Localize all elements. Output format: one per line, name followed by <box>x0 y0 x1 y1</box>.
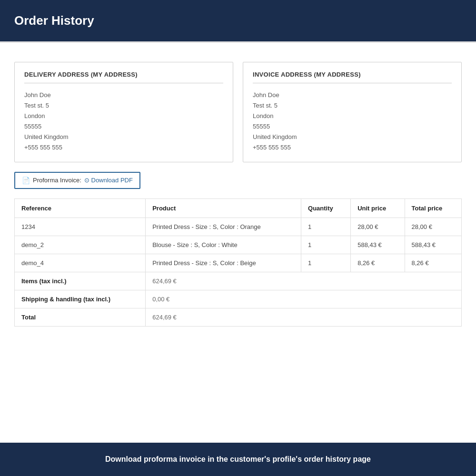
delivery-phone: +555 555 555 <box>24 142 223 153</box>
invoice-city: London <box>253 111 452 121</box>
invoice-address-title: INVOICE ADDRESS (MY ADDRESS) <box>253 71 452 83</box>
delivery-postcode: 55555 <box>24 121 223 132</box>
invoice-address-card: INVOICE ADDRESS (MY ADDRESS) John Doe Te… <box>243 62 462 162</box>
footer-text: Download proforma invoice in the custome… <box>14 455 462 464</box>
cell-product: Blouse - Size : S, Color : White <box>146 236 301 254</box>
address-section: DELIVERY ADDRESS (MY ADDRESS) John Doe T… <box>14 62 462 162</box>
cell-unit-price: 28,00 € <box>351 218 405 236</box>
summary-row: Total 624,69 € <box>15 308 462 326</box>
invoice-postcode: 55555 <box>253 121 452 132</box>
summary-label: Total <box>15 308 146 326</box>
table-header-row: Reference Product Quantity Unit price To… <box>15 198 462 218</box>
invoice-name: John Doe <box>253 90 452 100</box>
cell-product: Printed Dress - Size : S, Color : Beige <box>146 254 301 272</box>
summary-label: Shipping & handling (tax incl.) <box>15 290 146 308</box>
summary-row: Items (tax incl.) 624,69 € <box>15 272 462 290</box>
cell-reference: demo_2 <box>15 236 146 254</box>
cell-unit-price: 8,26 € <box>351 254 405 272</box>
col-total-price: Total price <box>405 198 462 218</box>
table-row: demo_2 Blouse - Size : S, Color : White … <box>15 236 462 254</box>
invoice-phone: +555 555 555 <box>253 142 452 153</box>
page-title: Order History <box>14 13 462 28</box>
summary-row: Shipping & handling (tax incl.) 0,00 € <box>15 290 462 308</box>
document-icon: 📄 <box>22 177 30 184</box>
summary-value: 0,00 € <box>146 290 462 308</box>
invoice-country: United Kingdom <box>253 132 452 142</box>
cell-reference: 1234 <box>15 218 146 236</box>
delivery-city: London <box>24 111 223 121</box>
cell-total-price: 588,43 € <box>405 236 462 254</box>
table-row: demo_4 Printed Dress - Size : S, Color :… <box>15 254 462 272</box>
invoice-address-lines: John Doe Test st. 5 London 55555 United … <box>253 90 452 153</box>
cell-quantity: 1 <box>301 236 351 254</box>
col-quantity: Quantity <box>301 198 351 218</box>
cell-quantity: 1 <box>301 218 351 236</box>
cell-reference: demo_4 <box>15 254 146 272</box>
summary-value: 624,69 € <box>146 308 462 326</box>
delivery-address-title: DELIVERY ADDRESS (MY ADDRESS) <box>24 71 223 83</box>
col-reference: Reference <box>15 198 146 218</box>
cell-product: Printed Dress - Size : S, Color : Orange <box>146 218 301 236</box>
page-header: Order History <box>0 0 476 41</box>
cell-unit-price: 588,43 € <box>351 236 405 254</box>
page-footer: Download proforma invoice in the custome… <box>0 443 476 476</box>
col-unit-price: Unit price <box>351 198 405 218</box>
main-content: DELIVERY ADDRESS (MY ADDRESS) John Doe T… <box>0 43 476 443</box>
summary-label: Items (tax incl.) <box>15 272 146 290</box>
summary-value: 624,69 € <box>146 272 462 290</box>
delivery-name: John Doe <box>24 90 223 100</box>
delivery-country: United Kingdom <box>24 132 223 142</box>
invoice-street: Test st. 5 <box>253 100 452 111</box>
delivery-address-card: DELIVERY ADDRESS (MY ADDRESS) John Doe T… <box>14 62 233 162</box>
download-pdf-link[interactable]: ⊙ Download PDF <box>84 177 133 184</box>
proforma-label: Proforma Invoice: <box>33 177 81 184</box>
cell-quantity: 1 <box>301 254 351 272</box>
delivery-street: Test st. 5 <box>24 100 223 111</box>
download-invoice-button[interactable]: 📄 Proforma Invoice: ⊙ Download PDF <box>14 172 140 189</box>
cell-total-price: 28,00 € <box>405 218 462 236</box>
cell-total-price: 8,26 € <box>405 254 462 272</box>
invoice-button-section: 📄 Proforma Invoice: ⊙ Download PDF <box>14 172 462 189</box>
delivery-address-lines: John Doe Test st. 5 London 55555 United … <box>24 90 223 153</box>
order-table: Reference Product Quantity Unit price To… <box>14 198 462 327</box>
table-row: 1234 Printed Dress - Size : S, Color : O… <box>15 218 462 236</box>
col-product: Product <box>146 198 301 218</box>
